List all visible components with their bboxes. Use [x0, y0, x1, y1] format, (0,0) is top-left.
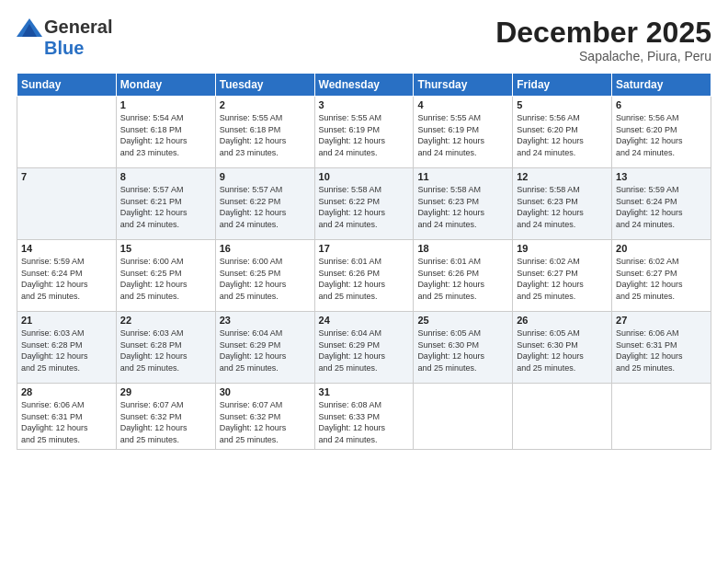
calendar-row-2: 78Sunrise: 5:57 AM Sunset: 6:21 PM Dayli… — [17, 168, 711, 240]
day-info: Sunrise: 6:01 AM Sunset: 6:26 PM Dayligh… — [319, 256, 410, 302]
day-info: Sunrise: 5:58 AM Sunset: 6:23 PM Dayligh… — [517, 184, 608, 230]
day-info: Sunrise: 5:55 AM Sunset: 6:18 PM Dayligh… — [220, 112, 311, 158]
table-row: 21Sunrise: 6:03 AM Sunset: 6:28 PM Dayli… — [17, 312, 117, 384]
day-info: Sunrise: 5:56 AM Sunset: 6:20 PM Dayligh… — [616, 112, 707, 158]
day-number: 7 — [21, 171, 112, 182]
col-saturday: Saturday — [612, 74, 711, 97]
table-row: 9Sunrise: 5:57 AM Sunset: 6:22 PM Daylig… — [215, 168, 314, 240]
table-row: 29Sunrise: 6:07 AM Sunset: 6:32 PM Dayli… — [116, 384, 215, 449]
table-row: 17Sunrise: 6:01 AM Sunset: 6:26 PM Dayli… — [314, 240, 414, 312]
day-info: Sunrise: 6:02 AM Sunset: 6:27 PM Dayligh… — [517, 256, 608, 302]
day-number: 24 — [319, 315, 410, 326]
day-info: Sunrise: 6:07 AM Sunset: 6:32 PM Dayligh… — [120, 399, 211, 445]
day-info: Sunrise: 6:04 AM Sunset: 6:29 PM Dayligh… — [319, 327, 410, 373]
day-number: 5 — [517, 99, 608, 110]
table-row: 28Sunrise: 6:06 AM Sunset: 6:31 PM Dayli… — [17, 384, 117, 449]
day-info: Sunrise: 6:06 AM Sunset: 6:31 PM Dayligh… — [21, 399, 112, 445]
day-number: 25 — [417, 315, 508, 326]
table-row: 8Sunrise: 5:57 AM Sunset: 6:21 PM Daylig… — [116, 168, 215, 240]
table-row: 3Sunrise: 5:55 AM Sunset: 6:19 PM Daylig… — [314, 97, 414, 168]
table-row: 20Sunrise: 6:02 AM Sunset: 6:27 PM Dayli… — [612, 240, 711, 312]
day-number: 14 — [21, 243, 112, 254]
table-row: 18Sunrise: 6:01 AM Sunset: 6:26 PM Dayli… — [414, 240, 513, 312]
day-number: 4 — [417, 99, 508, 110]
day-info: Sunrise: 5:56 AM Sunset: 6:20 PM Dayligh… — [517, 112, 608, 158]
table-row: 13Sunrise: 5:59 AM Sunset: 6:24 PM Dayli… — [612, 168, 711, 240]
day-info: Sunrise: 5:58 AM Sunset: 6:23 PM Dayligh… — [417, 184, 508, 230]
calendar-row-1: 1Sunrise: 5:54 AM Sunset: 6:18 PM Daylig… — [17, 97, 711, 168]
day-info: Sunrise: 6:05 AM Sunset: 6:30 PM Dayligh… — [517, 327, 608, 373]
table-row: 19Sunrise: 6:02 AM Sunset: 6:27 PM Dayli… — [513, 240, 612, 312]
table-row: 1Sunrise: 5:54 AM Sunset: 6:18 PM Daylig… — [116, 97, 215, 168]
table-row: 7 — [17, 168, 117, 240]
table-row: 26Sunrise: 6:05 AM Sunset: 6:30 PM Dayli… — [513, 312, 612, 384]
table-row: 24Sunrise: 6:04 AM Sunset: 6:29 PM Dayli… — [314, 312, 414, 384]
day-number: 27 — [616, 315, 707, 326]
calendar-row-4: 21Sunrise: 6:03 AM Sunset: 6:28 PM Dayli… — [17, 312, 711, 384]
day-number: 29 — [120, 386, 211, 397]
day-info: Sunrise: 6:03 AM Sunset: 6:28 PM Dayligh… — [120, 327, 211, 373]
day-number: 11 — [417, 171, 508, 182]
day-info: Sunrise: 5:55 AM Sunset: 6:19 PM Dayligh… — [417, 112, 508, 158]
logo-general: General — [44, 17, 112, 38]
day-number: 28 — [21, 386, 112, 397]
logo-icon — [17, 18, 42, 37]
table-row: 27Sunrise: 6:06 AM Sunset: 6:31 PM Dayli… — [612, 312, 711, 384]
table-row: 11Sunrise: 5:58 AM Sunset: 6:23 PM Dayli… — [414, 168, 513, 240]
table-row: 12Sunrise: 5:58 AM Sunset: 6:23 PM Dayli… — [513, 168, 612, 240]
day-number: 20 — [616, 243, 707, 254]
day-info: Sunrise: 5:55 AM Sunset: 6:19 PM Dayligh… — [319, 112, 410, 158]
calendar-header-row: Sunday Monday Tuesday Wednesday Thursday… — [17, 74, 711, 97]
col-sunday: Sunday — [17, 74, 117, 97]
day-number: 26 — [517, 315, 608, 326]
day-info: Sunrise: 6:07 AM Sunset: 6:32 PM Dayligh… — [220, 399, 311, 445]
day-number: 31 — [319, 386, 410, 397]
day-number: 6 — [616, 99, 707, 110]
calendar-row-5: 28Sunrise: 6:06 AM Sunset: 6:31 PM Dayli… — [17, 384, 711, 449]
day-info: Sunrise: 5:57 AM Sunset: 6:22 PM Dayligh… — [220, 184, 311, 230]
col-thursday: Thursday — [414, 74, 513, 97]
day-info: Sunrise: 5:59 AM Sunset: 6:24 PM Dayligh… — [616, 184, 707, 230]
col-friday: Friday — [513, 74, 612, 97]
day-number: 19 — [517, 243, 608, 254]
table-row — [513, 384, 612, 449]
day-number: 16 — [220, 243, 311, 254]
table-row: 14Sunrise: 5:59 AM Sunset: 6:24 PM Dayli… — [17, 240, 117, 312]
table-row: 16Sunrise: 6:00 AM Sunset: 6:25 PM Dayli… — [215, 240, 314, 312]
day-number: 30 — [220, 386, 311, 397]
day-number: 12 — [517, 171, 608, 182]
day-number: 10 — [319, 171, 410, 182]
table-row: 6Sunrise: 5:56 AM Sunset: 6:20 PM Daylig… — [612, 97, 711, 168]
day-number: 8 — [120, 171, 211, 182]
table-row: 10Sunrise: 5:58 AM Sunset: 6:22 PM Dayli… — [314, 168, 414, 240]
day-info: Sunrise: 6:05 AM Sunset: 6:30 PM Dayligh… — [417, 327, 508, 373]
calendar: Sunday Monday Tuesday Wednesday Thursday… — [17, 73, 711, 449]
table-row: 25Sunrise: 6:05 AM Sunset: 6:30 PM Dayli… — [414, 312, 513, 384]
day-info: Sunrise: 5:59 AM Sunset: 6:24 PM Dayligh… — [21, 256, 112, 302]
table-row: 5Sunrise: 5:56 AM Sunset: 6:20 PM Daylig… — [513, 97, 612, 168]
calendar-row-3: 14Sunrise: 5:59 AM Sunset: 6:24 PM Dayli… — [17, 240, 711, 312]
table-row — [612, 384, 711, 449]
day-number: 1 — [120, 99, 211, 110]
day-info: Sunrise: 5:54 AM Sunset: 6:18 PM Dayligh… — [120, 112, 211, 158]
day-info: Sunrise: 5:58 AM Sunset: 6:22 PM Dayligh… — [319, 184, 410, 230]
month-title: December 2025 — [495, 17, 711, 49]
day-info: Sunrise: 5:57 AM Sunset: 6:21 PM Dayligh… — [120, 184, 211, 230]
col-monday: Monday — [116, 74, 215, 97]
day-info: Sunrise: 6:00 AM Sunset: 6:25 PM Dayligh… — [220, 256, 311, 302]
day-number: 13 — [616, 171, 707, 182]
day-number: 18 — [417, 243, 508, 254]
page: General Blue December 2025 Sapalache, Pi… — [0, 0, 728, 563]
day-info: Sunrise: 6:04 AM Sunset: 6:29 PM Dayligh… — [220, 327, 311, 373]
table-row — [17, 97, 117, 168]
col-wednesday: Wednesday — [314, 74, 414, 97]
day-number: 2 — [220, 99, 311, 110]
day-number: 17 — [319, 243, 410, 254]
day-number: 21 — [21, 315, 112, 326]
table-row: 23Sunrise: 6:04 AM Sunset: 6:29 PM Dayli… — [215, 312, 314, 384]
day-info: Sunrise: 6:08 AM Sunset: 6:33 PM Dayligh… — [319, 399, 410, 445]
day-info: Sunrise: 6:01 AM Sunset: 6:26 PM Dayligh… — [417, 256, 508, 302]
day-number: 23 — [220, 315, 311, 326]
table-row: 15Sunrise: 6:00 AM Sunset: 6:25 PM Dayli… — [116, 240, 215, 312]
table-row: 2Sunrise: 5:55 AM Sunset: 6:18 PM Daylig… — [215, 97, 314, 168]
